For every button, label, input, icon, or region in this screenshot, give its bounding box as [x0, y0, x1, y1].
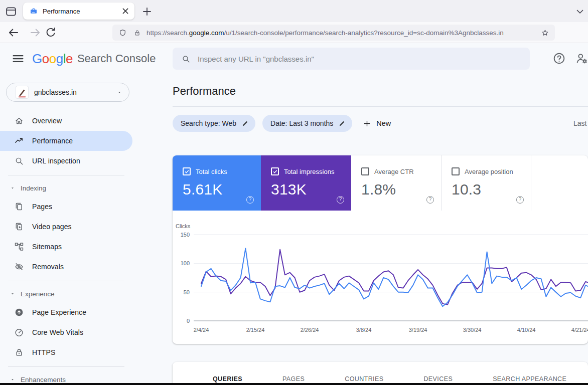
- forward-button[interactable]: [29, 26, 42, 39]
- product-name: Search Console: [77, 52, 156, 65]
- sidebar-section-enhancements[interactable]: Enhancements: [0, 371, 132, 383]
- metric-value: 1.8%: [361, 181, 441, 198]
- svg-text:3/8/24: 3/8/24: [356, 327, 372, 333]
- sidebar-item-removals[interactable]: Removals: [0, 257, 132, 277]
- video-icon: [14, 222, 24, 232]
- metric-checkbox[interactable]: [271, 167, 279, 175]
- metric-checkbox[interactable]: [361, 167, 369, 175]
- url-text: https://search.google.com/u/1/search-con…: [146, 29, 504, 37]
- user-settings-icon[interactable]: [575, 52, 588, 65]
- caret-icon: [10, 377, 15, 382]
- browser-toolbar: https://search.google.com/u/1/search-con…: [0, 22, 588, 43]
- tab-search-appearance[interactable]: SEARCH APPEARANCE: [493, 375, 566, 382]
- svg-text:4/21/24: 4/21/24: [571, 327, 588, 333]
- hamburger-menu-icon[interactable]: [11, 52, 25, 66]
- sidebar-item-core-web-vitals[interactable]: Core Web Vitals: [0, 322, 132, 342]
- new-filter-button[interactable]: New: [362, 119, 391, 128]
- sidebar-section-indexing[interactable]: Indexing: [0, 179, 132, 197]
- sidebar-item-performance[interactable]: Performance: [0, 131, 132, 151]
- list-all-tabs-icon[interactable]: [574, 6, 586, 18]
- metric-checkbox[interactable]: [452, 167, 460, 175]
- new-tab-button[interactable]: [140, 5, 154, 18]
- performance-chart[interactable]: Clicks0501001502/4/242/15/242/26/243/8/2…: [173, 221, 588, 344]
- bottom-edge-bar: [0, 383, 588, 385]
- chevdown-icon: [574, 6, 586, 18]
- sidebar-item-sitemaps[interactable]: Sitemaps: [0, 237, 132, 257]
- tab-countries[interactable]: COUNTRIES: [345, 375, 383, 382]
- close-icon: [120, 6, 130, 16]
- metric-total-impressions[interactable]: Total impressions313K?: [261, 155, 351, 211]
- pencil-icon: [338, 120, 346, 127]
- search-icon: [181, 54, 191, 64]
- page-experience-icon: [14, 307, 24, 317]
- sidebar-item-url-inspection[interactable]: URL inspection: [0, 151, 132, 171]
- property-selector[interactable]: gnbclasses.in: [6, 83, 129, 102]
- search-icon: [14, 156, 24, 166]
- filters-row: Search type: WebDate: Last 3 months New: [173, 115, 391, 132]
- metric-average-ctr[interactable]: Average CTR1.8%?: [351, 155, 441, 211]
- url-bar[interactable]: https://search.google.com/u/1/search-con…: [112, 25, 555, 41]
- screen: Performance https://search.google.com/u/…: [0, 0, 588, 385]
- tab-pages[interactable]: PAGES: [282, 375, 305, 382]
- shield-icon: [118, 29, 127, 37]
- back-button[interactable]: [7, 26, 20, 39]
- google-logo: Google: [32, 51, 73, 67]
- metric-total-clicks[interactable]: Total clicks5.61K?: [173, 155, 261, 211]
- sidebar-item-page-experience[interactable]: Page Experience: [0, 302, 132, 322]
- tab-devices[interactable]: DEVICES: [423, 375, 453, 382]
- plus-icon: [362, 119, 372, 128]
- help-icon[interactable]: ?: [246, 196, 254, 204]
- app-header: Google Search Console: [0, 43, 588, 74]
- help-icon[interactable]: ?: [516, 196, 524, 204]
- menu-icon: [11, 52, 25, 66]
- help-icon[interactable]: ?: [337, 196, 344, 204]
- sidebar-item-pages[interactable]: Pages: [0, 197, 132, 217]
- sidebar-section-experience[interactable]: Experience: [0, 285, 132, 302]
- search-input[interactable]: [198, 55, 530, 63]
- svg-text:50: 50: [184, 289, 190, 295]
- metric-average-position[interactable]: Average position10.3?: [441, 155, 531, 211]
- caret-icon: [10, 291, 15, 296]
- performance-chart-card: Total clicks5.61K?Total impressions313K?…: [173, 155, 588, 344]
- sidebar-item-video-pages[interactable]: Video pages: [0, 217, 132, 237]
- pen-logo-icon: [16, 86, 28, 98]
- tab-queries[interactable]: QUERIES: [213, 375, 242, 382]
- chart-svg: Clicks0501001502/4/242/15/242/26/243/8/2…: [173, 221, 588, 344]
- pages-icon: [14, 202, 24, 212]
- sidebar-divider: [8, 366, 124, 367]
- gauge-icon: [14, 327, 24, 337]
- caret-down-icon: [116, 89, 122, 95]
- filter-chip-search-type-web[interactable]: Search type: Web: [173, 115, 255, 132]
- sitemap-icon: [14, 242, 24, 252]
- metric-checkbox[interactable]: [183, 167, 191, 175]
- tab-title: Performance: [43, 8, 80, 15]
- filter-chip-date-last-3-months[interactable]: Date: Last 3 months: [262, 115, 352, 132]
- search-icon: [181, 54, 191, 64]
- sidebar-item-https[interactable]: HTTPS: [0, 342, 132, 362]
- svg-text:4/10/24: 4/10/24: [517, 327, 536, 333]
- star-icon: [541, 29, 549, 37]
- tab-close-icon[interactable]: [120, 6, 130, 16]
- browser-tab[interactable]: Performance: [23, 3, 134, 20]
- home-icon: [14, 116, 24, 126]
- lock-icon[interactable]: [133, 29, 141, 37]
- svg-text:100: 100: [181, 260, 190, 266]
- sidebar-item-overview[interactable]: Overview: [0, 111, 132, 131]
- help-icon: [552, 52, 566, 65]
- reload-button[interactable]: [44, 26, 57, 39]
- help-icon[interactable]: [552, 52, 566, 65]
- person-gear-icon: [575, 52, 588, 65]
- chart-ylabel: Clicks: [176, 223, 191, 229]
- metric-value: 5.61K: [183, 181, 261, 198]
- svg-text:150: 150: [181, 232, 190, 238]
- url-inspect-searchbar[interactable]: [173, 48, 530, 70]
- plus-icon: [362, 119, 372, 128]
- svg-text:0: 0: [187, 318, 190, 324]
- firefox-view-icon[interactable]: [5, 5, 18, 18]
- help-icon[interactable]: ?: [426, 196, 434, 204]
- bookmark-star-icon[interactable]: [541, 29, 549, 37]
- shield-icon[interactable]: [118, 29, 127, 37]
- dimension-tabs: QUERIESPAGESCOUNTRIESDEVICESSEARCH APPEA…: [173, 362, 588, 383]
- sidebar: gnbclasses.in OverviewPerformanceURL ins…: [0, 74, 132, 383]
- property-name: gnbclasses.in: [34, 88, 77, 96]
